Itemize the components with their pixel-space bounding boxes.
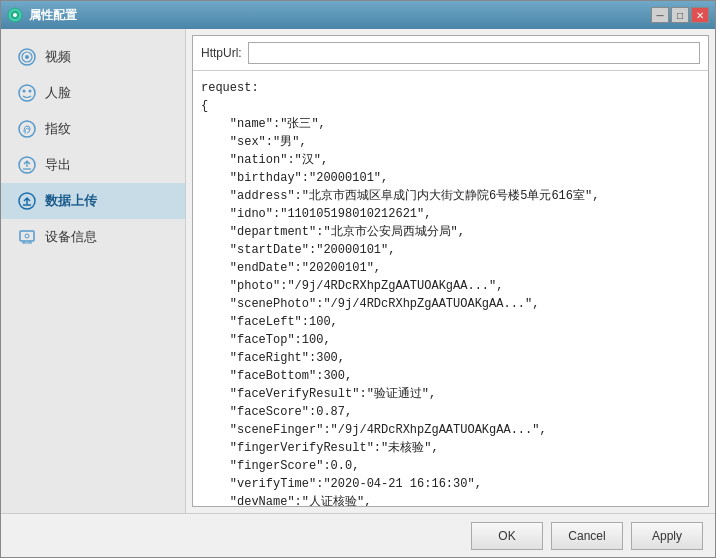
json-content[interactable]: request: { "name":"张三", "sex":"男", "nati… [193,71,708,506]
json-area: request: { "name":"张三", "sex":"男", "nati… [193,71,708,506]
sidebar-label-fingerprint: 指纹 [45,120,71,138]
svg-point-8 [29,90,32,93]
url-bar: HttpUrl: [193,36,708,71]
title-bar: 属性配置 ─ □ ✕ [1,1,715,29]
footer: OK Cancel Apply [1,513,715,557]
minimize-button[interactable]: ─ [651,7,669,23]
fingerprint-icon [17,119,37,139]
sidebar-item-face[interactable]: 人脸 [1,75,185,111]
svg-rect-12 [20,231,34,241]
url-label: HttpUrl: [201,46,242,60]
main-window: 属性配置 ─ □ ✕ 视频 [0,0,716,558]
face-icon [17,83,37,103]
sidebar-label-upload: 数据上传 [45,192,97,210]
close-button[interactable]: ✕ [691,7,709,23]
svg-point-9 [19,121,35,137]
svg-point-7 [23,90,26,93]
window-title: 属性配置 [29,7,77,24]
sidebar-item-fingerprint[interactable]: 指纹 [1,111,185,147]
app-icon [7,7,23,23]
sidebar-item-upload[interactable]: 数据上传 [1,183,185,219]
maximize-button[interactable]: □ [671,7,689,23]
main-panel: HttpUrl: request: { "name":"张三", "sex":"… [192,35,709,507]
video-icon [17,47,37,67]
title-buttons: ─ □ ✕ [651,7,709,23]
svg-point-2 [13,13,17,17]
sidebar-label-export: 导出 [45,156,71,174]
device-icon [17,227,37,247]
sidebar-item-video[interactable]: 视频 [1,39,185,75]
export-icon [17,155,37,175]
svg-point-5 [25,55,29,59]
apply-button[interactable]: Apply [631,522,703,550]
content-area: 视频 人脸 [1,29,715,513]
title-bar-left: 属性配置 [7,7,77,24]
ok-button[interactable]: OK [471,522,543,550]
cancel-button[interactable]: Cancel [551,522,623,550]
sidebar-item-device[interactable]: 设备信息 [1,219,185,255]
sidebar-item-export[interactable]: 导出 [1,147,185,183]
sidebar-label-device: 设备信息 [45,228,97,246]
svg-point-6 [19,85,35,101]
url-input[interactable] [248,42,700,64]
sidebar-label-face: 人脸 [45,84,71,102]
sidebar: 视频 人脸 [1,29,186,513]
svg-point-13 [25,234,29,238]
upload-icon [17,191,37,211]
sidebar-label-video: 视频 [45,48,71,66]
